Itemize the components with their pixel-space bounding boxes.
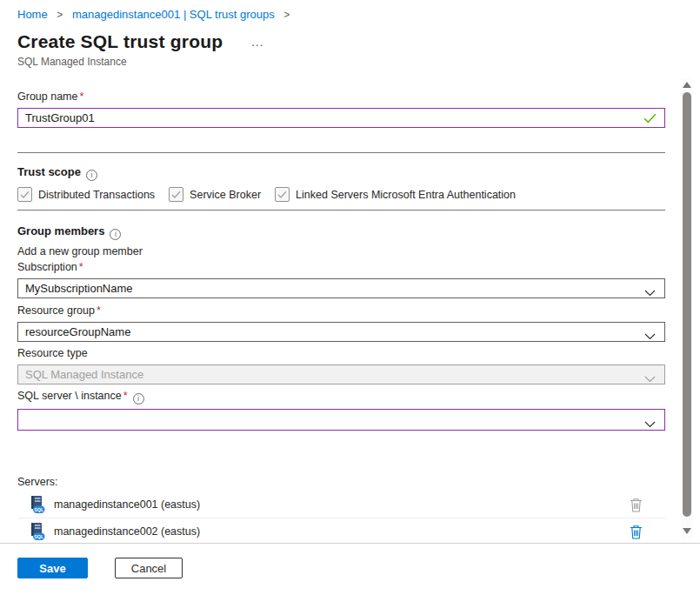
resource-type-label: Resource type <box>17 347 665 360</box>
required-asterisk: * <box>123 390 128 402</box>
breadcrumb-separator-icon: > <box>57 9 63 21</box>
server-row: SQL managedinstance002 (eastus) <box>17 518 665 545</box>
resource-type-dropdown[interactable]: SQL Managed Instance <box>17 364 665 384</box>
checkbox-box <box>275 187 290 202</box>
checkbox-label: Distributed Transactions <box>38 189 155 201</box>
info-icon[interactable] <box>110 229 121 240</box>
subscription-dropdown[interactable]: MySubscriptionName <box>17 278 665 298</box>
required-asterisk: * <box>79 90 83 103</box>
section-divider <box>17 152 665 153</box>
section-divider <box>17 210 665 211</box>
checkbox-linked-servers-entra-auth[interactable]: Linked Servers Microsoft Entra Authentic… <box>275 187 516 202</box>
server-name: managedinstance002 (eastus) <box>54 525 200 538</box>
trust-scope-label-text: Trust scope <box>17 165 81 178</box>
subscription-label-text: Subscription <box>17 261 77 273</box>
resource-group-dropdown[interactable]: resourceGroupName <box>17 322 665 342</box>
sql-server-instance-dropdown[interactable] <box>17 409 665 431</box>
context-menu-button[interactable]: … <box>247 36 269 48</box>
group-members-label-text: Group members <box>17 224 104 237</box>
subscription-value: MySubscriptionName <box>25 282 133 295</box>
required-asterisk: * <box>79 261 83 273</box>
chevron-down-icon <box>644 372 656 385</box>
resource-group-label-text: Resource group <box>17 304 95 317</box>
group-name-value: TrustGroup01 <box>25 111 95 124</box>
chevron-down-icon <box>644 418 656 431</box>
sql-server-instance-label-text: SQL server \ instance <box>17 390 122 402</box>
page-subtitle: SQL Managed Instance <box>17 56 683 68</box>
add-group-member-label: Add a new group member <box>17 245 665 257</box>
form-content: Group name* TrustGroup01 Trust scope Dis… <box>17 90 665 545</box>
info-icon[interactable] <box>86 170 97 181</box>
info-icon[interactable] <box>133 393 144 404</box>
create-sql-trust-group-page: Home > managedinstance001 | SQL trust gr… <box>0 0 700 595</box>
breadcrumb-sql-trust-groups-link[interactable]: managedinstance001 | SQL trust groups <box>72 8 275 21</box>
save-button[interactable]: Save <box>17 558 88 578</box>
footer-action-bar: Save Cancel <box>0 543 700 595</box>
server-list: SQL managedinstance001 (eastus) <box>17 491 665 545</box>
group-name-label-text: Group name <box>17 90 77 103</box>
servers-label: Servers: <box>17 476 665 488</box>
server-row: SQL managedinstance001 (eastus) <box>17 491 665 518</box>
resource-type-value: SQL Managed Instance <box>25 368 143 381</box>
trust-scope-options: Distributed Transactions Service Broker … <box>17 187 665 202</box>
sql-managed-instance-icon: SQL <box>28 522 45 541</box>
sql-managed-instance-icon: SQL <box>28 495 45 514</box>
subscription-label: Subscription* <box>17 261 665 274</box>
checkbox-distributed-transactions[interactable]: Distributed Transactions <box>17 187 155 202</box>
vertical-scrollbar[interactable] <box>681 78 693 539</box>
group-name-input[interactable]: TrustGroup01 <box>17 108 665 128</box>
scroll-up-arrow-icon[interactable] <box>683 82 691 88</box>
chevron-down-icon <box>644 286 656 299</box>
breadcrumb: Home > managedinstance001 | SQL trust gr… <box>17 8 683 22</box>
checkbox-label: Linked Servers Microsoft Entra Authentic… <box>296 189 516 201</box>
group-members-section-label: Group members <box>17 223 665 240</box>
valid-checkmark-icon <box>643 113 657 126</box>
checkbox-label: Service Broker <box>190 189 261 201</box>
scrollbar-thumb[interactable] <box>683 92 691 517</box>
resource-group-label: Resource group* <box>17 304 665 318</box>
svg-text:SQL: SQL <box>34 507 44 512</box>
sql-server-instance-label: SQL server \ instance* <box>17 390 665 404</box>
resource-group-value: resourceGroupName <box>25 325 130 338</box>
svg-text:SQL: SQL <box>34 534 44 539</box>
resource-type-label-text: Resource type <box>17 347 88 359</box>
trust-scope-section-label: Trust scope <box>17 164 665 181</box>
scroll-down-arrow-icon[interactable] <box>683 528 691 534</box>
breadcrumb-home-link[interactable]: Home <box>17 8 48 21</box>
page-title: Create SQL trust group <box>17 31 223 52</box>
page-header: Home > managedinstance001 | SQL trust gr… <box>0 0 700 68</box>
required-asterisk: * <box>97 304 101 317</box>
chevron-down-icon <box>644 330 656 343</box>
checkbox-service-broker[interactable]: Service Broker <box>169 187 261 202</box>
delete-server-button[interactable] <box>630 525 643 539</box>
server-name: managedinstance001 (eastus) <box>54 498 200 511</box>
checkbox-box <box>169 187 183 202</box>
breadcrumb-separator-icon: > <box>283 9 290 21</box>
checkbox-box <box>17 187 32 202</box>
group-name-label: Group name* <box>17 90 665 104</box>
cancel-button[interactable]: Cancel <box>115 558 183 578</box>
delete-server-button[interactable] <box>630 498 643 512</box>
